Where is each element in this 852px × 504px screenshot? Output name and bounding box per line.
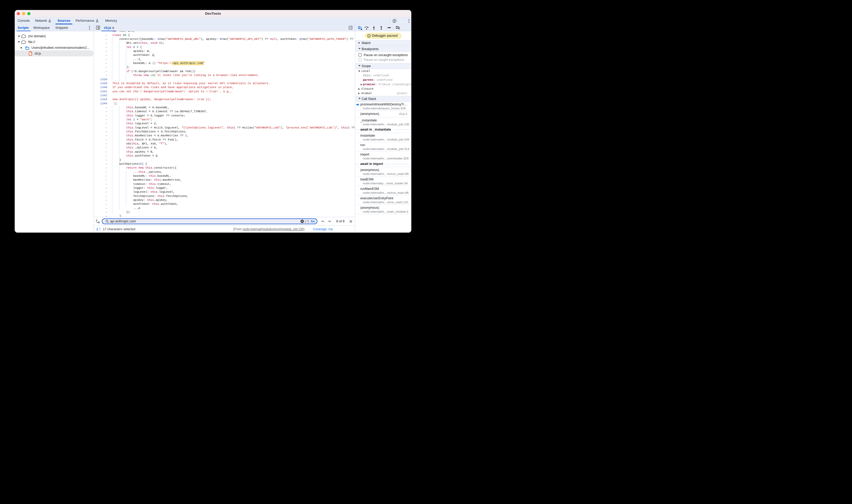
svg-text:B: B — [98, 221, 100, 223]
svg-text:A: A — [96, 219, 97, 221]
svg-text:{ }: { } — [96, 227, 100, 231]
